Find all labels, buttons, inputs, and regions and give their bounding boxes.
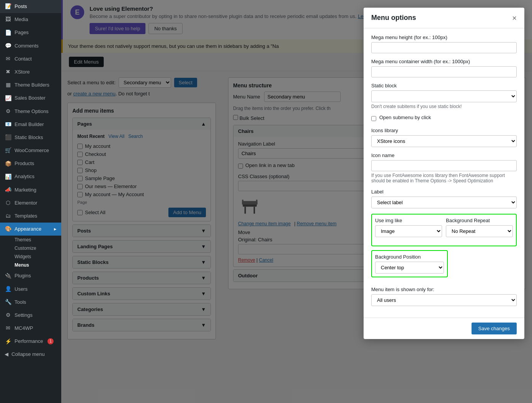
static-blocks-icon: ⬛ [5,134,11,141]
sidebar-item-xstore[interactable]: ✖ XStore [0,66,61,79]
use-img-like-field: Use img like Image [375,218,442,237]
menu-options-modal: Menu options × Mega menu height (for ex.… [364,8,524,339]
label-field: Label Select label [371,189,517,208]
icon-name-note: If you use FontAwesome icons library the… [371,173,517,183]
label-select[interactable]: Select label [371,197,517,208]
comments-icon: 💬 [5,43,11,49]
performance-icon: ⚡ [5,338,11,345]
modal-title: Menu options [371,14,416,22]
bg-position-wrapper: Background Position Center top [371,250,517,283]
mega-menu-container-width-field: Mega menu container width (for ex.: 1000… [371,59,517,77]
mega-menu-container-width-label: Mega menu container width (for ex.: 1000… [371,59,517,64]
media-icon: 🖼 [5,16,11,23]
users-icon: 👤 [5,286,11,293]
sidebar-item-sales-booster[interactable]: 📈 Sales Booster [0,92,61,105]
sidebar-item-templates[interactable]: 🗂 Templates [0,210,61,223]
collapse-icon: ◀ [5,351,8,357]
xstore-icon: ✖ [5,69,11,75]
sidebar-item-marketing[interactable]: 📣 Marketing [0,183,61,197]
icons-library-select[interactable]: XStore icons [371,135,517,147]
sales-booster-icon: 📈 [5,95,11,102]
icon-name-input[interactable] [371,160,517,171]
theme-options-icon: ⚙ [5,108,11,115]
sidebar-item-woocommerce[interactable]: 🛒 WooCommerce [0,144,61,157]
appearance-icon: 🎨 [5,226,11,233]
plugins-icon: 🔌 [5,272,11,279]
sidebar-item-analytics[interactable]: 📊 Analytics [0,170,61,183]
theme-builders-icon: ▦ [5,82,11,88]
open-submenu-field: Open submenu by click [371,115,517,122]
woocommerce-icon: 🛒 [5,147,11,154]
icons-library-field: Icons library XStore icons [371,128,517,147]
tools-icon: 🔧 [5,299,11,306]
label-label: Label [371,189,517,195]
sidebar-item-plugins[interactable]: 🔌 Plugins [0,269,61,282]
bg-repeat-label: Background Repeat [446,218,513,223]
mega-menu-height-field: Mega menu height (for ex.: 100px) [371,34,517,53]
sidebar-sub-customize[interactable]: Customize [0,244,61,252]
img-bg-row: Use img like Image Background Repeat No … [371,214,517,246]
sidebar-item-comments[interactable]: 💬 Comments [0,39,61,52]
modal-overlay: Menu options × Mega menu height (for ex.… [61,0,532,403]
menu-item-shown-field: Menu item is shown only for: All users [371,287,517,306]
main-content: E Love using Elementor? Become a super c… [61,0,532,403]
use-img-like-select[interactable]: Image [375,225,442,237]
marketing-icon: 📣 [5,187,11,193]
sidebar-item-static-blocks[interactable]: ⬛ Static Blocks [0,131,61,144]
sidebar-sub-widgets[interactable]: Widgets [0,252,61,261]
open-submenu-label: Open submenu by click [379,115,431,120]
icon-name-label: Icon name [371,152,517,158]
sidebar-item-elementor[interactable]: ⬡ Elementor [0,197,61,210]
mega-menu-container-width-input[interactable] [371,66,517,77]
bg-position-select[interactable]: Center top [375,262,444,274]
settings-icon: ⚙ [5,312,11,319]
static-block-field: Static block Don't create subitems if yo… [371,83,517,109]
mc4wp-icon: ✉ [5,325,11,332]
sidebar-item-email-builder[interactable]: 📧 Email Builder [0,118,61,131]
sidebar-item-pages[interactable]: 📄 Pages [0,26,61,39]
menu-item-shown-select[interactable]: All users [371,294,517,306]
mega-menu-height-label: Mega menu height (for ex.: 100px) [371,34,517,40]
icons-library-label: Icons library [371,128,517,133]
open-submenu-checkbox[interactable] [371,116,376,121]
bg-position-label: Background Position [375,254,444,260]
save-changes-button[interactable]: Save changes [472,323,517,334]
bg-repeat-select[interactable]: No Repeat [446,225,513,237]
sidebar-item-tools[interactable]: 🔧 Tools [0,296,61,309]
icon-name-field: Icon name If you use FontAwesome icons l… [371,152,517,183]
modal-header: Menu options × [364,8,524,28]
contact-icon: ✉ [5,56,11,62]
static-block-select[interactable] [371,90,517,102]
sidebar-sub-themes[interactable]: Themes [0,236,61,244]
posts-icon: 📝 [5,3,11,10]
elementor-icon: ⬡ [5,200,11,206]
modal-body: Mega menu height (for ex.: 100px) Mega m… [364,28,524,318]
modal-close-button[interactable]: × [512,14,517,22]
sidebar: 📝 Posts 🖼 Media 📄 Pages 💬 Comments ✉ Con… [0,0,61,403]
products-icon: 📦 [5,160,11,167]
sidebar-item-media[interactable]: 🖼 Media [0,13,61,26]
sidebar-item-contact[interactable]: ✉ Contact [0,52,61,66]
static-block-label: Static block [371,83,517,88]
sidebar-item-performance[interactable]: ⚡ Performance 1 [0,335,61,348]
use-img-like-label: Use img like [375,218,442,223]
sidebar-sub-menus[interactable]: Menus [0,261,61,269]
collapse-menu[interactable]: ◀ Collapse menu [0,348,61,360]
sidebar-item-appearance[interactable]: 🎨 Appearance ▸ [0,223,61,236]
sidebar-item-products[interactable]: 📦 Products [0,157,61,170]
sidebar-item-users[interactable]: 👤 Users [0,283,61,296]
sidebar-item-posts[interactable]: 📝 Posts [0,0,61,13]
modal-footer: Save changes [364,318,524,339]
bg-position-field: Background Position Center top [371,250,448,277]
static-block-note: Don't create subitems if you use static … [371,104,517,109]
menu-item-shown-label: Menu item is shown only for: [371,287,517,292]
bg-repeat-field: Background Repeat No Repeat [446,218,513,237]
email-builder-icon: 📧 [5,121,11,128]
analytics-icon: 📊 [5,174,11,180]
sidebar-item-theme-builders[interactable]: ▦ Theme Builders [0,79,61,92]
sidebar-item-mc4wp[interactable]: ✉ MC4WP [0,322,61,335]
templates-icon: 🗂 [5,213,11,220]
sidebar-item-settings[interactable]: ⚙ Settings [0,309,61,322]
mega-menu-height-input[interactable] [371,42,517,53]
sidebar-item-theme-options[interactable]: ⚙ Theme Options [0,105,61,118]
